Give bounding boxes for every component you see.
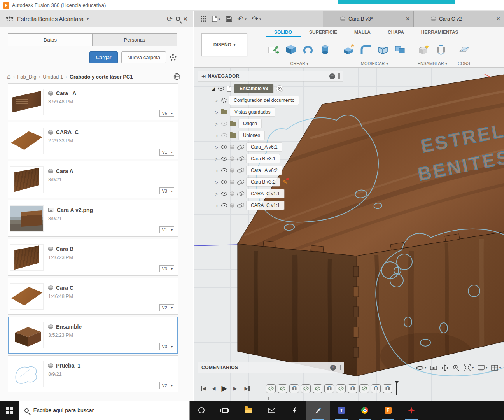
- tab-chapa[interactable]: CHAPA: [379, 28, 413, 37]
- panel-grip-handle[interactable]: [338, 74, 340, 79]
- chevron-down-icon[interactable]: ▾: [87, 17, 89, 21]
- expand-arrow-icon[interactable]: ▷: [214, 168, 219, 173]
- timeline-step-forward-button[interactable]: ▶: [233, 385, 239, 391]
- workspace-selector[interactable]: DISEÑO▾: [201, 33, 247, 56]
- tab-herramientas[interactable]: HERRAMIENTAS: [413, 28, 467, 37]
- list-item[interactable]: Prueba_1 8/9/21 V2▾: [8, 355, 178, 392]
- minimize-panel-icon[interactable]: −: [329, 74, 335, 79]
- orbit-tool-icon[interactable]: ▾: [416, 364, 426, 372]
- version-badge[interactable]: V3▾: [159, 343, 174, 350]
- timeline-joint-feature[interactable]: [324, 384, 334, 393]
- panel-grip-handle[interactable]: [339, 365, 341, 370]
- taskbar-search-box[interactable]: [19, 401, 190, 420]
- app-grid-icon[interactable]: [201, 16, 206, 22]
- visibility-eye-icon[interactable]: [221, 168, 227, 172]
- expand-arrow-icon[interactable]: ▷: [214, 157, 219, 161]
- list-item-selected[interactable]: Ensamble 3:52:23 PM V3▾: [8, 317, 178, 354]
- version-badge[interactable]: V1▾: [159, 149, 174, 156]
- start-button[interactable]: [0, 401, 19, 420]
- cylinder-button[interactable]: [318, 43, 332, 56]
- upload-button[interactable]: Cargar: [89, 51, 118, 63]
- timeline-joint-feature[interactable]: [289, 384, 299, 393]
- zoom-tool-icon[interactable]: [452, 364, 460, 372]
- group-label-construir[interactable]: CONS: [458, 61, 470, 66]
- teams-icon[interactable]: T: [330, 401, 353, 420]
- browser-row-settings[interactable]: ▷ Configuración del documento: [198, 94, 299, 106]
- list-item[interactable]: Cara B 1:46:23 PM V3▾: [8, 239, 178, 276]
- browser-item-label[interactable]: Cara_ A v6:2: [247, 166, 282, 175]
- browser-row-component[interactable]: ▷ Cara_ A v6:2: [198, 164, 299, 176]
- version-badge[interactable]: V3▾: [159, 187, 174, 194]
- visibility-eye-icon[interactable]: [221, 133, 227, 137]
- new-component-button[interactable]: [417, 43, 431, 56]
- fusion-taskbar-icon[interactable]: F: [376, 401, 400, 420]
- browser-item-label[interactable]: CARA_C v1:1: [247, 201, 284, 210]
- close-tab-icon[interactable]: ×: [497, 16, 500, 23]
- globe-icon[interactable]: [173, 73, 180, 80]
- version-badge[interactable]: V1▾: [159, 226, 174, 233]
- browser-item-label[interactable]: CARA_C v1:1: [247, 189, 284, 198]
- fillet-button[interactable]: [359, 43, 373, 56]
- pen-app-icon[interactable]: [306, 401, 330, 420]
- list-item[interactable]: Cara A 8/9/21 V3▾: [8, 161, 178, 198]
- joint-button[interactable]: [434, 43, 448, 56]
- new-folder-button[interactable]: Nueva carpeta: [121, 51, 166, 63]
- timeline-go-start-button[interactable]: ◀: [201, 385, 206, 391]
- refresh-icon[interactable]: ⟳: [167, 16, 173, 23]
- home-icon[interactable]: ⌂: [7, 73, 11, 80]
- browser-row-named-views[interactable]: ▷ Vistas guardadas: [198, 106, 299, 118]
- visibility-eye-icon[interactable]: [218, 87, 224, 91]
- timeline-play-button[interactable]: ▶: [222, 383, 228, 393]
- breadcrumb-level1[interactable]: Unidad 1: [43, 74, 63, 80]
- extrude-button[interactable]: [284, 43, 298, 56]
- browser-item-label[interactable]: Vistas guardadas: [230, 108, 275, 116]
- browser-row-origin[interactable]: ▷ Origen: [198, 118, 299, 130]
- viewport-canvas[interactable]: ESTRELLA BENITES ◀◀ NAVEGADOR − ◢ Ensamb…: [194, 68, 504, 401]
- group-label-modificar[interactable]: MODIFICAR ▾: [361, 61, 388, 66]
- browser-row-component[interactable]: ▷ CARA_C v1:1: [198, 188, 299, 200]
- timeline-go-end-button[interactable]: ▶: [244, 385, 250, 391]
- edit-in-place-pencil-icon[interactable]: ✎: [282, 178, 287, 186]
- version-badge[interactable]: V2▾: [159, 382, 174, 389]
- version-badge[interactable]: V2▾: [159, 304, 174, 311]
- display-settings-icon[interactable]: ▾: [477, 364, 487, 372]
- timeline-sketch-feature[interactable]: [301, 384, 311, 393]
- save-button[interactable]: [226, 16, 232, 22]
- close-tab-icon[interactable]: ×: [406, 16, 410, 23]
- document-tab[interactable]: Cara B v3* ×: [323, 11, 413, 27]
- tab-solido[interactable]: SOLIDO: [266, 28, 301, 37]
- browser-row-component[interactable]: ▷ Cara_ A v6:1: [198, 141, 299, 153]
- version-badge[interactable]: V3▾: [159, 265, 174, 272]
- expand-arrow-icon[interactable]: ▷: [214, 203, 219, 208]
- bolt-app-icon[interactable]: [283, 401, 306, 420]
- activate-component-radio[interactable]: [276, 85, 283, 92]
- pan-tool-icon[interactable]: [441, 364, 449, 372]
- visibility-eye-icon[interactable]: [221, 192, 227, 196]
- red-app-icon[interactable]: [400, 401, 423, 420]
- expand-arrow-icon[interactable]: ◢: [211, 86, 215, 91]
- list-item[interactable]: CARA_C 2:29:33 PM V1▾: [8, 122, 178, 159]
- list-item[interactable]: Cara C 1:46:48 PM V2▾: [8, 278, 178, 315]
- browser-row-root[interactable]: ◢ Ensamble v3: [198, 83, 299, 94]
- timeline-position-marker[interactable]: [396, 382, 397, 395]
- expand-arrow-icon[interactable]: ▷: [214, 122, 219, 126]
- timeline-joint-feature[interactable]: [383, 384, 392, 393]
- file-explorer-icon[interactable]: [236, 401, 260, 420]
- expand-arrow-icon[interactable]: ▷: [214, 110, 219, 114]
- search-input[interactable]: [33, 407, 184, 413]
- browser-item-label[interactable]: Configuración del documento: [229, 96, 299, 105]
- create-sketch-button[interactable]: [267, 43, 281, 56]
- timeline-sketch-feature[interactable]: [278, 384, 287, 393]
- document-tab[interactable]: Cara C v2 ×: [413, 11, 504, 27]
- comments-panel-header[interactable]: COMENTARIOS +: [198, 362, 344, 373]
- expand-arrow-icon[interactable]: ▷: [214, 145, 219, 149]
- tab-personas[interactable]: Personas: [92, 33, 177, 46]
- gear-icon[interactable]: [170, 54, 177, 61]
- navigator-panel-header[interactable]: ◀◀ NAVEGADOR −: [198, 71, 343, 81]
- browser-item-label[interactable]: Cara_ A v6:1: [247, 143, 282, 151]
- expand-arrow-icon[interactable]: ▷: [214, 98, 219, 103]
- expand-arrow-icon[interactable]: ▷: [214, 192, 219, 196]
- browser-item-label[interactable]: Origen: [239, 119, 261, 128]
- timeline-joint-feature[interactable]: [348, 384, 357, 393]
- close-panel-icon[interactable]: ×: [183, 15, 187, 23]
